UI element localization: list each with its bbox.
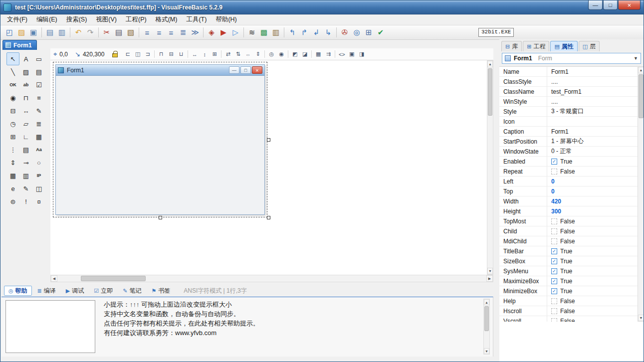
layers-icon[interactable]: ≋ [246, 27, 258, 38]
property-row[interactable]: Style3 - 常规窗口 [499, 107, 638, 117]
property-row[interactable]: HscrollFalse [499, 306, 638, 316]
scroll-down-icon[interactable]: ▼ [487, 268, 493, 274]
checkbox-tool-icon[interactable]: ☑ [32, 78, 45, 91]
menu-item[interactable]: 视图(V) [91, 15, 121, 25]
property-row[interactable]: SysMenu✓True [499, 266, 638, 276]
space-evenly-vertical-icon[interactable]: ⇅ [233, 50, 243, 59]
minimize-button[interactable]: — [588, 0, 603, 10]
tab-notes[interactable]: ✎笔记 [118, 286, 146, 296]
property-value[interactable]: Form1 [547, 127, 638, 136]
property-row[interactable]: HelpFalse [499, 296, 638, 306]
property-row[interactable]: Enabled✓True [499, 157, 638, 167]
option-tool-icon[interactable]: ◉ [6, 91, 19, 104]
property-row[interactable]: VscrollFalse [499, 316, 638, 322]
property-value[interactable]: test_Form1 [547, 87, 638, 96]
step-run-icon[interactable]: ▷ [229, 27, 241, 38]
clipboard-tool-icon[interactable]: ▤ [32, 65, 45, 78]
indent-icon[interactable]: ≫ [189, 27, 201, 38]
property-row[interactable]: SizeBox✓True [499, 256, 638, 266]
form-document-tab[interactable]: Form1 [2, 40, 37, 50]
property-row[interactable]: TopMostFalse [499, 216, 638, 226]
open-project-icon[interactable]: ▨ [15, 27, 27, 38]
scroll-up-icon[interactable]: ▲ [484, 299, 489, 305]
save-icon[interactable]: ▣ [27, 27, 39, 38]
property-value[interactable]: .... [547, 97, 638, 106]
bring-to-front-icon[interactable]: ◩ [290, 50, 300, 59]
property-value[interactable]: False [547, 226, 638, 236]
make-same-width-icon[interactable]: ↔ [190, 50, 200, 59]
property-value[interactable]: False [547, 316, 638, 322]
listbox-tool-icon[interactable]: ▤ [19, 143, 32, 156]
property-value[interactable]: 0 [547, 177, 638, 186]
property-value[interactable]: 420 [547, 196, 638, 206]
size-to-grid-icon[interactable]: ▦ [313, 50, 323, 59]
resize-handle-bottom-right[interactable] [267, 216, 270, 219]
send-to-back-icon[interactable]: ◪ [300, 50, 310, 59]
property-row[interactable]: Top0 [499, 186, 638, 196]
pen-tool-icon[interactable]: ✎ [32, 104, 45, 117]
tab-compile[interactable]: ≣编译 [33, 286, 60, 296]
scroll-left-icon[interactable]: ◀ [51, 275, 57, 282]
tab-bookmarks[interactable]: ⚑书签 [147, 286, 175, 296]
dropdown-arrow-icon[interactable]: ▼ [634, 56, 638, 61]
database-tool-icon[interactable]: ⊜ [6, 195, 19, 208]
make-same-size-icon[interactable]: ⊞ [210, 50, 219, 59]
property-row[interactable]: ChildFalse [499, 226, 638, 236]
scroll-up-icon[interactable]: ▲ [487, 61, 493, 67]
property-row[interactable]: Width420 [499, 196, 638, 206]
tab-immediate[interactable]: ☑立即 [89, 286, 117, 296]
properties-scroll-thumb[interactable] [639, 74, 644, 118]
checkbox-unchecked-icon[interactable] [551, 308, 557, 314]
window-titlebar[interactable]: test [C:\Users\Administrator\Desktop\tes… [0, 0, 644, 14]
align-center-icon[interactable]: ≡ [153, 27, 165, 38]
build-icon[interactable]: ◈ [206, 27, 217, 38]
window-grid-icon[interactable]: ⊞ [363, 27, 375, 38]
tab-layers[interactable]: ◫层 [579, 41, 600, 51]
center-vertical-in-form-icon[interactable]: ◉ [276, 50, 286, 59]
center-horizontal-in-form-icon[interactable]: ◎ [266, 50, 276, 59]
property-value[interactable]: ✓True [547, 276, 638, 286]
property-row[interactable]: StartPosition1 - 屏幕中心 [499, 137, 638, 147]
jump-first-icon[interactable]: ↰ [286, 27, 298, 38]
checkbox-checked-icon[interactable]: ✓ [551, 268, 557, 274]
property-row[interactable]: Height300 [499, 206, 638, 216]
designed-form-maximize-button[interactable]: □ [240, 66, 251, 74]
paste-icon[interactable]: ▧ [125, 27, 137, 38]
property-value[interactable]: False [547, 296, 638, 306]
ip-edit-tool-icon[interactable]: IP [32, 169, 45, 182]
property-value[interactable] [547, 117, 638, 126]
message-tool-icon[interactable]: ! [19, 195, 32, 208]
tab-help[interactable]: ◎帮助 [4, 286, 32, 296]
canvas-vscroll-thumb[interactable] [488, 68, 492, 116]
run-icon[interactable]: ▶ [217, 27, 229, 38]
property-value[interactable]: ✓True [547, 157, 638, 166]
align-left-icon[interactable]: ≡ [141, 27, 153, 38]
property-value[interactable]: 0 [547, 186, 638, 196]
line-tool-icon[interactable]: ╲ [6, 65, 19, 78]
jump-last-icon[interactable]: ↳ [322, 27, 334, 38]
increase-spacing-icon[interactable]: ⇔ [243, 50, 253, 59]
close-button[interactable]: × [618, 0, 641, 10]
menu-item[interactable]: 格式(M) [151, 15, 182, 25]
resize-handle-bottom[interactable] [159, 216, 162, 219]
scroll-right-icon[interactable]: ▶ [486, 275, 493, 282]
key-tool-icon[interactable]: ¤ [32, 195, 45, 208]
picture-tool-icon[interactable]: ▨ [19, 65, 32, 78]
tabcontrol-tool-icon[interactable]: ◫ [32, 182, 45, 195]
property-row[interactable]: WindowState0 - 正常 [499, 147, 638, 157]
property-row[interactable]: MinimizeBox✓True [499, 286, 638, 296]
designed-form-selection[interactable]: Form1 — □ × [55, 64, 265, 215]
property-value[interactable]: False [547, 216, 638, 226]
align-top-edges-icon[interactable]: ⊓ [156, 50, 166, 59]
designed-form-titlebar[interactable]: Form1 — □ × [56, 65, 264, 76]
scroll-down-icon[interactable]: ▼ [638, 315, 644, 321]
canvas-horizontal-scrollbar[interactable]: ◀ ▶ [50, 275, 493, 282]
label-tool-icon[interactable]: A [19, 52, 32, 65]
property-row[interactable]: Left0 [499, 177, 638, 186]
align-left-edges-icon[interactable]: ⊏ [123, 50, 133, 59]
slider-tool-icon[interactable]: ⊸ [19, 156, 32, 169]
align-middles-vertical-icon[interactable]: ⊟ [166, 50, 176, 59]
checkbox-checked-icon[interactable]: ✓ [551, 288, 557, 294]
property-value[interactable]: ✓True [547, 266, 638, 276]
new-project-icon[interactable]: ◰ [3, 27, 15, 38]
